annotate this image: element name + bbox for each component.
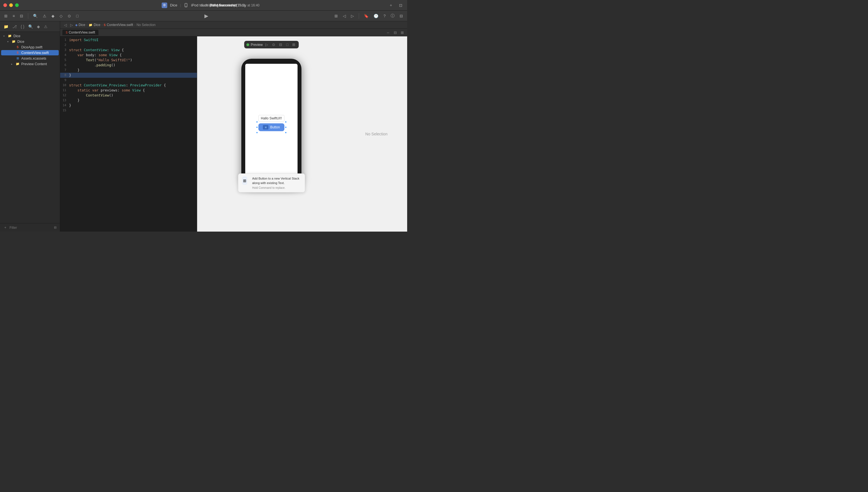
sidebar-git-btn[interactable]: ⎇ [11, 24, 18, 30]
preview-label: Preview [251, 43, 263, 47]
run-button[interactable]: ▶ [203, 12, 210, 20]
breadcrumb-item-dice-group[interactable]: Dice [94, 23, 100, 27]
add-file-button[interactable]: ＋ [2, 224, 8, 231]
phone-text-hallo: Hallo SwiftUI!! [258, 115, 284, 122]
main-content: 📁 ⎇ { } 🔍 ◆ ⚠ ▾ 📁 Dice ▾ 📁 Dice S [0, 21, 407, 231]
secondary-toolbar-right: ↔ ⊟ ⊞ [385, 30, 405, 35]
content-area: ◁ ▷ ◆ Dice › 📁 Dice › S ContentView.swif… [60, 21, 407, 231]
tooltip-title: Add Button to a new Vertical Stack along… [252, 176, 301, 185]
fullscreen-button[interactable] [15, 3, 19, 7]
button-icon: ⊞ [263, 125, 269, 129]
toolbar-separator-1 [28, 13, 28, 19]
tooltip-icon: ⊞ [242, 176, 247, 185]
preview-inspect-btn[interactable]: ⊙ [271, 42, 276, 47]
right-panel: Preview ▷ ⊙ ⊟ □ ⊞ Hallo SwiftUI!! [197, 36, 407, 231]
right-panel-toggle[interactable]: ⊟ [398, 13, 404, 19]
close-button[interactable] [3, 3, 7, 7]
test-button[interactable]: ◇ [58, 13, 64, 19]
breadcrumb-bar: ◁ ▷ ◆ Dice › 📁 Dice › S ContentView.swif… [60, 21, 407, 29]
code-line-2: 2 [60, 43, 197, 48]
secondary-toolbar: S ContentView.swift ↔ ⊟ ⊞ [60, 29, 407, 36]
handle-tl [256, 121, 258, 123]
line-num-3: 3 [60, 48, 69, 53]
build-time: Today at 16:40 [237, 3, 259, 7]
no-selection-panel: No Selection [346, 36, 407, 231]
sidebar-item-contentview[interactable]: S ContentView.swift [1, 50, 59, 55]
handle-mr [285, 126, 287, 128]
breadcrumb-forward[interactable]: ▷ [69, 22, 74, 28]
memory-button[interactable]: □ [75, 13, 80, 19]
breakpoints-button[interactable]: ◆ [50, 13, 56, 19]
code-line-14: 14 } [60, 103, 197, 108]
breadcrumb-back[interactable]: ◁ [63, 22, 68, 28]
breadcrumb-item-dice-proj[interactable]: Dice [79, 23, 85, 27]
search-button[interactable]: 🔍 [32, 13, 39, 19]
sidebar-symbols-btn[interactable]: { } [19, 24, 26, 30]
add-button[interactable]: ＋ [388, 2, 394, 9]
phone-content: Hallo SwiftUI!! [258, 115, 284, 131]
warnings-button[interactable]: ⚠ [42, 13, 48, 19]
code-editor[interactable]: 1 import SwiftUI 2 3 struct ContentView:… [60, 36, 197, 231]
sidebar-item-label-dice: Dice [17, 40, 24, 44]
nav-back-button[interactable]: ◁ [341, 13, 347, 19]
split-view: 1 import SwiftUI 2 3 struct ContentView:… [60, 36, 407, 231]
sidebar-item-label-diceapp: DiceApp.swift [21, 45, 43, 49]
split-view-button[interactable]: ⊡ [398, 2, 404, 8]
swift-file-icon: S [15, 45, 20, 49]
preview-play-btn[interactable]: ▷ [264, 42, 269, 47]
line-num-7: 7 [60, 68, 69, 73]
sidebar-find-btn[interactable]: 🔍 [27, 24, 34, 30]
file-tab-contentview[interactable]: S ContentView.swift [62, 30, 98, 35]
code-line-5: 5 Text("Hallo SwiftUI!") [60, 58, 197, 63]
code-line-11: 11 static var previews: some View { [60, 88, 197, 93]
minimize-button[interactable] [9, 3, 13, 7]
line-content-8: } [69, 73, 197, 78]
coverage-button[interactable]: ⊙ [66, 13, 72, 19]
sidebar-item-preview-content[interactable]: ▸ 📁 Preview Content [1, 61, 59, 67]
preview-device-btn[interactable]: □ [285, 42, 289, 47]
breadcrumb-icon: ◆ [75, 23, 77, 27]
phone-button[interactable]: ⊞ Button [258, 123, 284, 131]
layout-btn-1[interactable]: ⊞ [333, 13, 339, 19]
filter-sort-button[interactable]: ⊟ [53, 225, 58, 230]
handle-ml [256, 126, 258, 128]
file-list-button[interactable]: ≡ [11, 13, 16, 19]
recent-files-button[interactable]: 🕐 [372, 13, 380, 19]
sidebar-toggle-button[interactable]: ⊞ [3, 13, 9, 19]
sidebar-breakpoints-btn[interactable]: ◆ [35, 24, 42, 30]
device-icon [184, 3, 188, 7]
sidebar-item-assets[interactable]: ⊞ Assets.xcassets [1, 56, 59, 61]
sidebar-files-btn[interactable]: 📁 [2, 24, 10, 30]
code-line-3: 3 struct ContentView: View { [60, 48, 197, 53]
breadcrumb-item-file[interactable]: ContentView.swift [107, 23, 133, 27]
authors-btn[interactable]: ⊞ [400, 30, 405, 35]
chevron-down-icon-2: ▾ [7, 40, 11, 43]
code-line-9: 9 [60, 78, 197, 83]
file-tab-label: ContentView.swift [69, 30, 95, 34]
preview-folder-icon: 📁 [15, 62, 20, 66]
sidebar-item-diceapp[interactable]: S DiceApp.swift [1, 45, 59, 50]
breadcrumb-sep-3: › [134, 23, 135, 27]
toolbar-separator-2 [359, 13, 359, 19]
svg-point-1 [186, 6, 186, 7]
preview-duplicate-btn[interactable]: ⊟ [278, 42, 283, 47]
code-review-btn[interactable]: ↔ [385, 30, 391, 35]
code-line-7: 7 } [60, 68, 197, 73]
titlebar-right: ＋ ⊡ [388, 2, 404, 9]
bookmark-button[interactable]: 🔖 [362, 13, 370, 19]
minimap-btn[interactable]: ⊟ [392, 30, 398, 35]
preview-orientation-btn[interactable]: ⊞ [291, 42, 297, 47]
help-button[interactable]: ? [382, 13, 387, 19]
sidebar-item-dice-root[interactable]: ▾ 📁 Dice [1, 33, 59, 39]
line-content-6: .padding() [69, 63, 197, 68]
sidebar-item-dice-group[interactable]: ▾ 📁 Dice [1, 39, 59, 44]
sidebar-report-btn[interactable]: ⚠ [43, 24, 49, 30]
filter-input[interactable] [9, 226, 51, 230]
line-num-11: 11 [60, 88, 69, 93]
nav-forward-button[interactable]: ▷ [350, 13, 355, 19]
hierarchy-button[interactable]: ⊟ [19, 13, 25, 19]
inspector-button[interactable]: ⓘ [389, 13, 396, 19]
sidebar-item-label-preview: Preview Content [21, 62, 47, 66]
folder-icon: 📁 [7, 34, 12, 38]
handle-tr [285, 121, 287, 123]
